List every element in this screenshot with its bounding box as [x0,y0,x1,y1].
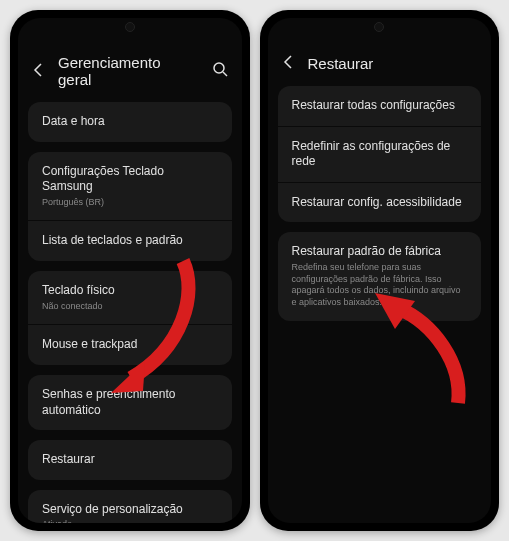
item-keyboard-samsung[interactable]: Configurações Teclado Samsung Português … [28,152,232,221]
item-restore-all[interactable]: Restaurar todas configurações [278,86,482,126]
annotation-arrow [363,283,473,413]
svg-line-1 [223,72,227,76]
svg-point-0 [214,63,224,73]
screen-left: Gerenciamento geral Data e hora Configur… [18,18,242,523]
header: Restaurar [268,46,492,86]
item-label: Lista de teclados e padrão [42,233,218,249]
item-restore[interactable]: Restaurar [28,440,232,480]
camera-notch [374,22,384,32]
annotation-arrow [103,253,203,398]
item-sub: Ativado [42,519,218,523]
back-icon[interactable] [282,54,294,72]
item-label: Restaurar [42,452,218,468]
search-icon[interactable] [212,61,228,81]
item-label: Restaurar todas configurações [292,98,468,114]
back-icon[interactable] [32,62,44,80]
header: Gerenciamento geral [18,46,242,102]
item-reset-network[interactable]: Redefinir as configurações de rede [278,127,482,182]
item-date-time[interactable]: Data e hora [28,102,232,142]
page-title: Restaurar [308,55,478,72]
item-label: Restaurar config. acessibilidade [292,195,468,211]
item-restore-accessibility[interactable]: Restaurar config. acessibilidade [278,183,482,223]
camera-notch [125,22,135,32]
item-label: Redefinir as configurações de rede [292,139,468,170]
item-label: Data e hora [42,114,218,130]
item-label: Restaurar padrão de fábrica [292,244,468,260]
item-sub: Português (BR) [42,197,218,209]
phone-left: Gerenciamento geral Data e hora Configur… [10,10,250,531]
item-label: Serviço de personalização [42,502,218,518]
item-personalization[interactable]: Serviço de personalização Ativado [28,490,232,523]
phone-right: Restaurar Restaurar todas configurações … [260,10,500,531]
screen-right: Restaurar Restaurar todas configurações … [268,18,492,523]
page-title: Gerenciamento geral [58,54,198,88]
item-label: Configurações Teclado Samsung [42,164,218,195]
